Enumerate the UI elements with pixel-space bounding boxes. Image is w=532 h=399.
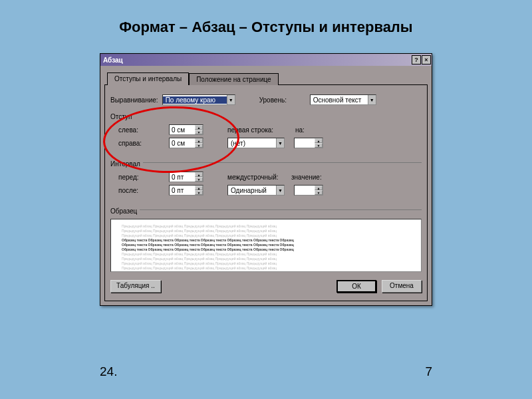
chevron-down-icon[interactable]: ▼ xyxy=(276,186,284,195)
indent-left-spinner[interactable]: 0 см ▲▼ xyxy=(169,124,203,135)
preview-line-sample: Образец текста Образец текста Образец те… xyxy=(122,243,410,247)
tab-position[interactable]: Положение на странице xyxy=(189,73,278,85)
spacing-group-label: Интервал xyxy=(110,160,140,168)
spin-down-icon[interactable]: ▼ xyxy=(195,143,203,148)
before-label: перед: xyxy=(118,174,165,181)
help-button[interactable]: ? xyxy=(412,55,421,65)
footer-left-text: 24. xyxy=(100,364,117,379)
tab-bar: Отступы и интервалы Положение на страниц… xyxy=(107,72,428,84)
indent-right-value: 0 см xyxy=(170,138,195,148)
by1-label: на: xyxy=(295,126,315,134)
indent-right-label: справа: xyxy=(118,140,165,147)
tab-panel: Выравнивание: По левому краю ▼ Уровень: … xyxy=(104,84,428,301)
chevron-down-icon[interactable]: ▼ xyxy=(368,95,376,104)
button-row: Табуляция .. ОК Отмена xyxy=(110,277,422,294)
before-spinner[interactable]: 0 пт ▲▼ xyxy=(169,172,203,182)
alignment-value: По левому краю xyxy=(163,96,227,104)
level-combo[interactable]: Основной текст ▼ xyxy=(310,94,376,105)
after-label: после: xyxy=(118,187,165,194)
preview-line-sample: Образец текста Образец текста Образец те… xyxy=(122,247,410,251)
preview-line-light: Предыдущий абзац Предыдущий абзац Предыд… xyxy=(122,261,410,265)
preview-line-light: Предыдущий абзац Предыдущий абзац Предыд… xyxy=(122,266,410,270)
after-spinner[interactable]: 0 пт ▲▼ xyxy=(169,185,203,196)
after-value: 0 пт xyxy=(170,186,195,195)
slide-title: Формат – Абзац – Отступы и интервалы xyxy=(0,0,532,45)
spin-down-icon[interactable]: ▼ xyxy=(315,143,323,148)
indent-left-label: слева: xyxy=(118,126,165,134)
first-line-combo[interactable]: (нет) ▼ xyxy=(227,138,285,148)
footer-page-number: 7 xyxy=(425,364,432,379)
by2-value xyxy=(295,186,315,195)
preview-box: Предыдущий абзац Предыдущий абзац Предыд… xyxy=(110,219,422,272)
chevron-down-icon[interactable]: ▼ xyxy=(227,95,235,104)
dialog-titlebar: Абзац ? × xyxy=(100,54,432,66)
indent-left-value: 0 см xyxy=(170,125,195,134)
by1-value xyxy=(295,138,315,148)
preview-label: Образец xyxy=(110,207,137,215)
first-line-value: (нет) xyxy=(228,140,276,147)
spin-down-icon[interactable]: ▼ xyxy=(315,190,323,195)
cancel-button[interactable]: Отмена xyxy=(382,280,422,293)
spin-down-icon[interactable]: ▼ xyxy=(195,190,203,195)
indent-group-label: Отступ xyxy=(110,113,132,120)
ok-button[interactable]: ОК xyxy=(336,280,376,293)
spin-up-icon[interactable]: ▲ xyxy=(315,138,323,143)
before-value: 0 пт xyxy=(170,172,195,182)
preview-line-light: Предыдущий абзац Предыдущий абзац Предыд… xyxy=(122,233,410,237)
line-spacing-label: междустрочный: xyxy=(227,174,287,181)
preview-line-light: Предыдущий абзац Предыдущий абзац Предыд… xyxy=(122,257,410,261)
spin-up-icon[interactable]: ▲ xyxy=(195,186,203,190)
spin-down-icon[interactable]: ▼ xyxy=(195,130,203,134)
indent-right-spinner[interactable]: 0 см ▲▼ xyxy=(169,138,203,148)
by2-spinner[interactable]: ▲▼ xyxy=(294,185,323,196)
by1-spinner[interactable]: ▲▼ xyxy=(294,138,323,148)
alignment-label: Выравнивание: xyxy=(110,96,158,104)
preview-line-light: Предыдущий абзац Предыдущий абзац Предыд… xyxy=(122,224,410,228)
tabulation-button[interactable]: Табуляция .. xyxy=(110,280,161,293)
dialog-title: Абзац xyxy=(100,57,412,64)
line-spacing-value: Одинарный xyxy=(228,187,276,194)
spin-up-icon[interactable]: ▲ xyxy=(315,186,323,190)
level-label: Уровень: xyxy=(259,96,306,104)
preview-line-light: Предыдущий абзац Предыдущий абзац Предыд… xyxy=(122,229,410,233)
spin-up-icon[interactable]: ▲ xyxy=(195,172,203,177)
close-button[interactable]: × xyxy=(422,55,431,65)
paragraph-dialog: Абзац ? × Отступы и интервалы Положение … xyxy=(100,53,432,306)
spin-up-icon[interactable]: ▲ xyxy=(195,138,203,143)
alignment-combo[interactable]: По левому краю ▼ xyxy=(162,94,235,105)
first-line-label: первая строка: xyxy=(227,126,274,134)
tab-indents[interactable]: Отступы и интервалы xyxy=(107,72,189,85)
preview-line-light: Предыдущий абзац Предыдущий абзац Предыд… xyxy=(122,252,410,256)
by2-label: значение: xyxy=(291,174,325,181)
level-value: Основной текст xyxy=(311,96,368,104)
spin-down-icon[interactable]: ▼ xyxy=(195,177,203,182)
spin-up-icon[interactable]: ▲ xyxy=(195,125,203,130)
chevron-down-icon[interactable]: ▼ xyxy=(276,138,284,148)
preview-line-sample: Образец текста Образец текста Образец те… xyxy=(122,238,410,242)
line-spacing-combo[interactable]: Одинарный ▼ xyxy=(227,185,285,196)
